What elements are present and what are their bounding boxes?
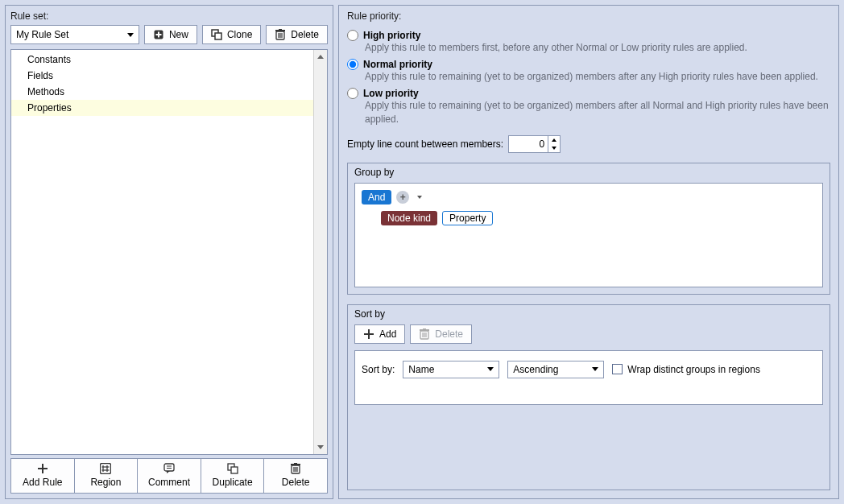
bottom-toolbar: Add Rule Region Comment Duplicate (10, 458, 328, 494)
rule-list-container: ConstantsFieldsMethodsProperties (10, 49, 328, 455)
delete-ruleset-button-label: Delete (291, 29, 319, 40)
empty-line-spinner[interactable] (508, 135, 561, 153)
sort-add-button[interactable]: Add (354, 324, 405, 344)
rule-item[interactable]: Properties (11, 100, 313, 116)
priority-desc: Apply this rule to members first, before… (365, 41, 830, 54)
chevron-down-icon (487, 367, 494, 371)
trash-icon (419, 328, 430, 340)
priority-radio[interactable] (347, 88, 358, 99)
priority-option[interactable]: High priority (347, 30, 830, 41)
ruleset-combo[interactable]: My Rule Set (10, 25, 139, 44)
sort-field-dropdown[interactable]: Name (403, 361, 499, 378)
rule-item[interactable]: Fields (11, 68, 313, 84)
new-button-label: New (169, 29, 188, 40)
comment-button[interactable]: Comment (137, 458, 201, 494)
rule-list[interactable]: ConstantsFieldsMethodsProperties (11, 50, 313, 454)
trash-icon (289, 462, 302, 475)
hash-icon (99, 462, 112, 475)
priority-options: High priorityApply this rule to members … (347, 25, 830, 127)
chevron-down-icon (592, 367, 598, 371)
priority-option[interactable]: Normal priority (347, 59, 830, 70)
svg-rect-31 (364, 333, 374, 335)
svg-rect-18 (164, 464, 174, 471)
ruleset-row: My Rule Set New Clone Delete (10, 25, 328, 44)
sort-direction-dropdown[interactable]: Ascending (507, 361, 604, 378)
clone-button[interactable]: Clone (202, 25, 261, 44)
scroll-up-icon[interactable] (314, 50, 327, 64)
empty-line-row: Empty line count between members: (347, 135, 830, 153)
new-button[interactable]: New (144, 25, 197, 44)
duplicate-button[interactable]: Duplicate (201, 458, 264, 494)
priority-radio[interactable] (347, 30, 358, 41)
plus-icon (363, 328, 374, 340)
rule-item[interactable]: Methods (11, 84, 313, 100)
sort-field-value: Name (408, 364, 434, 375)
svg-rect-2 (155, 34, 161, 35)
delete-ruleset-button[interactable]: Delete (266, 25, 328, 44)
spin-up-icon[interactable] (548, 136, 560, 144)
svg-rect-23 (231, 467, 238, 473)
empty-line-input[interactable] (509, 136, 548, 152)
svg-rect-13 (101, 464, 111, 474)
duplicate-icon (226, 462, 239, 475)
priority-radio[interactable] (347, 59, 358, 70)
plus-square-icon (153, 29, 164, 40)
ruleset-label: Rule set: (10, 10, 328, 22)
ruleset-combo-value: My Rule Set (16, 29, 68, 40)
sort-add-label: Add (379, 328, 396, 340)
svg-rect-7 (279, 29, 282, 31)
comment-icon (163, 462, 176, 475)
sort-by-label: Sort by: (362, 364, 395, 375)
plus-icon (36, 462, 49, 475)
right-pane: Rule priority: High priorityApply this r… (338, 5, 839, 499)
svg-rect-12 (38, 468, 48, 469)
scrollbar[interactable] (313, 50, 327, 454)
group-by-panel: And + Node kind Property (354, 183, 823, 287)
region-label: Region (90, 477, 121, 488)
sort-by-legend: Sort by (354, 308, 385, 320)
spin-down-icon[interactable] (548, 144, 560, 152)
priority-desc: Apply this rule to remaining (yet to be … (365, 70, 830, 83)
clone-icon (211, 29, 222, 40)
delete-rule-label: Delete (282, 477, 310, 488)
region-button[interactable]: Region (74, 458, 138, 494)
wrap-regions-label: Wrap distinct groups in regions (627, 364, 760, 375)
add-rule-label: Add Rule (23, 477, 62, 488)
group-by-box: Group by And + Node kind Property (347, 163, 830, 295)
clone-button-label: Clone (227, 29, 252, 40)
node-kind-chip[interactable]: Node kind (381, 211, 437, 225)
and-chip[interactable]: And (362, 190, 391, 204)
app-root: Rule set: My Rule Set New Clone (0, 0, 844, 504)
sort-toolbar: Add Delete (354, 324, 823, 344)
priority-title: High priority (363, 30, 420, 41)
sort-delete-label: Delete (435, 328, 463, 340)
add-rule-button[interactable]: Add Rule (10, 458, 74, 494)
chevron-down-icon[interactable] (417, 196, 422, 199)
sort-row: Sort by: Name Ascending Wrap distinct gr… (362, 361, 816, 378)
scroll-down-icon[interactable] (314, 440, 327, 454)
sort-by-panel: Sort by: Name Ascending Wrap distinct gr… (354, 350, 823, 405)
trash-icon (275, 29, 286, 40)
priority-title: Low priority (363, 88, 419, 99)
sort-delete-button: Delete (410, 324, 472, 344)
chevron-down-icon (127, 33, 134, 37)
add-condition-button[interactable]: + (396, 191, 409, 204)
comment-label: Comment (148, 477, 190, 488)
svg-rect-26 (294, 463, 297, 465)
sort-direction-value: Ascending (513, 364, 558, 375)
priority-option[interactable]: Low priority (347, 88, 830, 99)
checkbox-icon (612, 364, 623, 374)
svg-rect-34 (423, 328, 426, 330)
priority-label: Rule priority: (347, 10, 830, 22)
sort-by-box: Sort by Add Delete Sort by: (347, 304, 830, 490)
duplicate-label: Duplicate (213, 477, 253, 488)
wrap-regions-checkbox[interactable]: Wrap distinct groups in regions (612, 364, 760, 375)
priority-desc: Apply this rule to remaining (yet to be … (365, 99, 830, 125)
svg-rect-4 (215, 33, 221, 39)
left-pane: Rule set: My Rule Set New Clone (5, 5, 333, 499)
rule-item[interactable]: Constants (11, 52, 313, 68)
priority-title: Normal priority (363, 59, 432, 70)
empty-line-label: Empty line count between members: (347, 138, 503, 150)
property-chip[interactable]: Property (442, 211, 493, 225)
delete-rule-button[interactable]: Delete (263, 458, 328, 494)
